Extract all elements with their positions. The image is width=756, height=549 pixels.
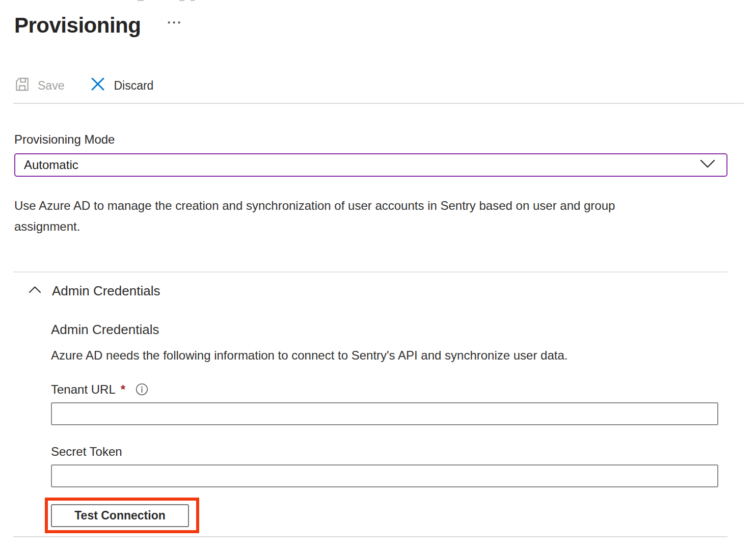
admin-credentials-description: Azure AD needs the following information… bbox=[51, 348, 756, 363]
save-icon bbox=[14, 76, 30, 95]
chevron-down-icon bbox=[700, 159, 715, 171]
annotation-highlight-box: Test Connection bbox=[45, 498, 199, 533]
secret-token-label: Secret Token bbox=[51, 445, 756, 459]
admin-credentials-subsection-title: Admin Credentials bbox=[51, 322, 756, 338]
close-icon bbox=[90, 76, 106, 95]
provisioning-mode-selected-value: Automatic bbox=[24, 158, 78, 172]
save-button-label: Save bbox=[38, 79, 64, 93]
discard-button-label: Discard bbox=[114, 79, 153, 93]
page-header: Provisioning ··· bbox=[14, 12, 756, 39]
provisioning-mode-label: Provisioning Mode bbox=[14, 132, 756, 147]
save-button[interactable]: Save bbox=[14, 76, 64, 95]
toolbar-divider bbox=[13, 103, 744, 104]
page-title: Provisioning bbox=[14, 13, 141, 38]
more-options-button[interactable]: ··· bbox=[167, 17, 182, 28]
required-asterisk: * bbox=[121, 382, 125, 397]
chevron-up-icon bbox=[28, 284, 42, 297]
provisioning-mode-description: Use Azure AD to manage the creation and … bbox=[14, 195, 682, 237]
info-icon[interactable] bbox=[136, 383, 148, 396]
section-divider bbox=[13, 271, 727, 272]
clipped-text-remnant bbox=[138, 0, 144, 1]
bottom-divider bbox=[13, 536, 727, 537]
test-connection-button[interactable]: Test Connection bbox=[51, 504, 189, 527]
clipped-text-remnant bbox=[179, 0, 184, 1]
secret-token-input[interactable] bbox=[51, 464, 718, 487]
admin-credentials-section-toggle[interactable]: Admin Credentials bbox=[28, 283, 160, 299]
discard-button[interactable]: Discard bbox=[90, 76, 153, 95]
tenant-url-input[interactable] bbox=[51, 402, 718, 425]
tenant-url-label: Tenant URL bbox=[51, 382, 116, 397]
provisioning-mode-dropdown[interactable]: Automatic bbox=[14, 153, 727, 177]
admin-credentials-section-title: Admin Credentials bbox=[52, 283, 160, 299]
tenant-url-label-row: Tenant URL * bbox=[51, 382, 756, 397]
command-bar: Save Discard bbox=[14, 75, 756, 96]
clipped-text-remnant bbox=[191, 0, 195, 1]
